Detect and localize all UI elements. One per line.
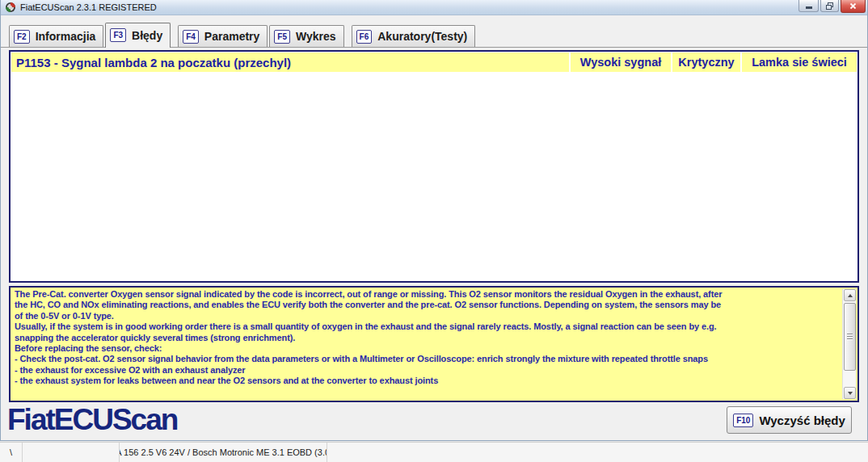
tab-bar: F2 Informacjia F3 Błędy F4 Parametry F5 …: [1, 23, 867, 48]
description-line: snapping the accelerator quickly several…: [15, 333, 841, 343]
description-line: Before replacing the sensor, check:: [15, 343, 841, 354]
description-line: - Check the post-cat. O2 sensor signal b…: [15, 354, 841, 364]
error-code-title: P1153 - Sygnal lambda 2 na poczatku (prz…: [11, 52, 569, 72]
thumb-grip-icon: [847, 334, 853, 341]
fiatecuscan-window: FiatECUScan 2.3.1 REGISTERED F2 Informac…: [0, 0, 868, 441]
restore-icon: [826, 2, 834, 10]
minimize-icon: [806, 6, 812, 9]
close-icon: [849, 2, 857, 10]
tab-informacjia[interactable]: F2 Informacjia: [9, 25, 103, 47]
arrow-down-icon: [848, 392, 853, 395]
error-row[interactable]: P1153 - Sygnal lambda 2 na poczatku (prz…: [11, 52, 857, 73]
tab-wykres[interactable]: F5 Wykres: [269, 25, 343, 47]
tab-parametry[interactable]: F4 Parametry: [178, 25, 268, 47]
tab-bledy[interactable]: F3 Błędy: [105, 23, 171, 48]
tab-label: Błędy: [132, 29, 162, 42]
fiatecuscan-logo: FiatECUScan: [7, 403, 177, 437]
restore-button[interactable]: [820, 0, 839, 12]
description-line: Usually, if the system is in good workin…: [15, 321, 841, 332]
close-button[interactable]: [841, 0, 866, 13]
tab-label: Wykres: [296, 30, 336, 43]
tab-akuratory-testy[interactable]: F6 Akuratory(Testy): [352, 25, 476, 47]
tab-label: Akuratory(Testy): [377, 30, 467, 43]
description-line: - the exhaust for excessive O2 with an e…: [15, 365, 841, 376]
f5-key-icon: F5: [274, 30, 290, 44]
clear-errors-label: Wyczyść błędy: [759, 414, 845, 427]
description-line: The Pre-Cat. converter Oxygen sensor sig…: [15, 289, 841, 300]
clear-errors-button[interactable]: F10 Wyczyść błędy: [727, 406, 852, 434]
error-description-text: The Pre-Cat. converter Oxygen sensor sig…: [11, 288, 841, 401]
scrollbar-thumb[interactable]: [844, 303, 856, 371]
error-lamp-status: Lamka sie świeci: [742, 52, 857, 72]
status-empty-cell: [23, 443, 120, 462]
error-signal-status: Wysoki sygnał: [571, 52, 671, 72]
description-line: of the 0-5V or 0-1V type.: [15, 311, 841, 321]
app-icon: [5, 2, 16, 13]
tab-label: Informacjia: [36, 30, 96, 43]
window-controls: [798, 0, 866, 13]
f6-key-icon: F6: [356, 30, 373, 44]
tab-label: Parametry: [204, 30, 260, 43]
description-line: the HC, CO and NOx eliminating reactions…: [15, 300, 841, 310]
f2-key-icon: F2: [14, 30, 30, 44]
f10-key-icon: F10: [733, 414, 753, 427]
description-scrollbar[interactable]: [842, 289, 856, 399]
minimize-button[interactable]: [798, 0, 819, 12]
f3-key-icon: F3: [110, 28, 126, 42]
f4-key-icon: F4: [183, 30, 199, 44]
error-severity: Krytyczny: [672, 52, 740, 72]
scroll-up-button[interactable]: [844, 289, 856, 301]
error-description-panel: The Pre-Cat. converter Oxygen sensor sig…: [9, 286, 859, 402]
titlebar: FiatECUScan 2.3.1 REGISTERED: [1, 0, 867, 15]
error-list-panel: P1153 - Sygnal lambda 2 na poczatku (prz…: [9, 50, 859, 283]
arrow-up-icon: [848, 294, 853, 297]
vehicle-info: ALFA 156 2.5 V6 24V / Bosch Motronic ME …: [120, 443, 327, 462]
status-drive-cell: \: [0, 443, 23, 462]
scroll-down-button[interactable]: [844, 387, 856, 399]
status-filler-cell: [327, 443, 868, 462]
status-bar: \ ALFA 156 2.5 V6 24V / Bosch Motronic M…: [0, 442, 868, 462]
description-line: - the exhaust system for leaks between a…: [15, 376, 841, 386]
window-title: FiatECUScan 2.3.1 REGISTERED: [20, 0, 157, 15]
